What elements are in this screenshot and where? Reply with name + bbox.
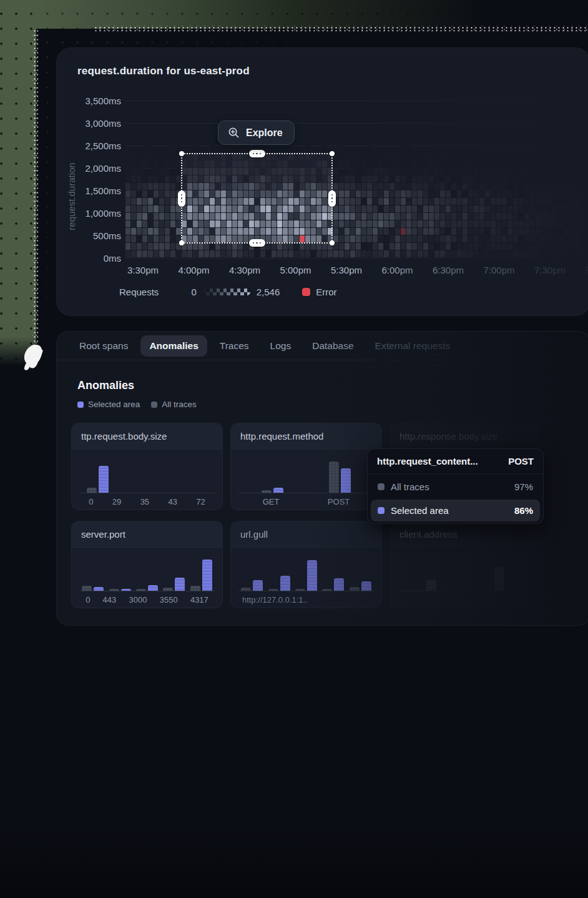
anomaly-card-ttp.request.body.size[interactable]: ttp.request.body.size029354372 bbox=[71, 423, 223, 510]
heatmap-cell bbox=[193, 250, 198, 257]
tab-database[interactable]: Database bbox=[303, 335, 362, 357]
anomaly-card-url.gull[interactable]: url.gullhttp://127.0.0.1:1.. bbox=[230, 521, 382, 608]
heatmap-cell bbox=[569, 220, 574, 227]
heatmap-cell bbox=[491, 198, 496, 205]
heatmap-cell bbox=[395, 160, 400, 167]
tab-anomalies[interactable]: Anomalies bbox=[140, 335, 207, 357]
heatmap-cell bbox=[131, 190, 136, 197]
tab-external-requests[interactable]: External requests bbox=[366, 335, 459, 357]
bar-all-traces bbox=[426, 580, 436, 591]
heatmap-cell bbox=[558, 168, 563, 175]
heatmap-cell bbox=[496, 243, 501, 250]
heatmap-cell bbox=[541, 198, 546, 205]
heatmap-cell bbox=[333, 183, 338, 190]
heatmap-cell bbox=[137, 160, 142, 167]
heatmap-cell bbox=[142, 220, 147, 227]
heatmap-cell bbox=[457, 243, 462, 250]
heatmap-cell bbox=[154, 153, 159, 160]
heatmap-cell bbox=[142, 175, 147, 182]
heatmap-cell bbox=[451, 250, 456, 257]
heatmap-cell bbox=[384, 220, 389, 227]
selection-handle-bottom-right[interactable] bbox=[330, 240, 335, 245]
tab-root-spans[interactable]: Root spans bbox=[71, 335, 137, 357]
tab-traces[interactable]: Traces bbox=[211, 335, 258, 357]
heatmap-cell bbox=[479, 235, 484, 242]
heatmap-cell bbox=[390, 153, 394, 160]
heatmap-cell bbox=[154, 183, 159, 190]
selection-handle-left[interactable] bbox=[178, 190, 185, 207]
heatmap-cell bbox=[378, 243, 383, 250]
heatmap-cell bbox=[361, 235, 366, 242]
heatmap-cell bbox=[125, 198, 130, 205]
heatmap-cell bbox=[204, 243, 209, 250]
anomaly-card-client.address[interactable]: client.address bbox=[390, 521, 541, 608]
heatmap-cell bbox=[440, 190, 445, 197]
heatmap-cell bbox=[569, 243, 574, 250]
heatmap-cell bbox=[412, 243, 417, 250]
heatmap-cell bbox=[390, 235, 394, 242]
heatmap-cell bbox=[390, 228, 394, 235]
heatmap-cell bbox=[311, 243, 316, 250]
heatmap-cell bbox=[491, 190, 496, 197]
heatmap-cell bbox=[412, 198, 417, 205]
heatmap-cell bbox=[356, 183, 361, 190]
selection-handle-top-left[interactable] bbox=[179, 151, 184, 156]
heatmap-cell bbox=[440, 168, 445, 175]
heatmap-cell bbox=[148, 205, 153, 212]
heatmap-cell bbox=[367, 168, 372, 175]
bar-all-traces bbox=[241, 588, 251, 591]
heatmap-cell bbox=[277, 250, 282, 257]
bottom-vignette bbox=[0, 829, 588, 898]
tab-logs[interactable]: Logs bbox=[262, 335, 300, 357]
heatmap-cell bbox=[176, 213, 181, 220]
heatmap-cell bbox=[159, 183, 164, 190]
heatmap-cell bbox=[350, 220, 355, 227]
heatmap-cell bbox=[243, 146, 248, 152]
heatmap-cell bbox=[159, 228, 164, 235]
heatmap-cell bbox=[575, 220, 580, 227]
heatmap-cell bbox=[530, 250, 535, 257]
heatmap-cell bbox=[406, 198, 411, 205]
time-range-selection[interactable] bbox=[181, 153, 333, 244]
heatmap-cell bbox=[457, 235, 462, 242]
heatmap-cell bbox=[468, 190, 473, 197]
heatmap-cell bbox=[429, 153, 434, 160]
heatmap-cell bbox=[131, 235, 136, 242]
heatmap-cell bbox=[434, 235, 439, 242]
heatmap-cell bbox=[350, 175, 355, 182]
selection-handle-right[interactable] bbox=[328, 190, 336, 207]
gridline bbox=[125, 123, 581, 124]
anomaly-card-http.request.method[interactable]: http.request.methodGETPOST bbox=[230, 423, 382, 510]
heatmap-cell bbox=[148, 198, 153, 205]
selection-handle-top-right[interactable] bbox=[330, 151, 335, 156]
heatmap-cell bbox=[496, 153, 501, 160]
heatmap-cell bbox=[390, 213, 394, 220]
heatmap-cell bbox=[221, 146, 226, 152]
heatmap-cell bbox=[569, 183, 574, 190]
heatmap-cell bbox=[125, 168, 130, 175]
green-dotted-texture-left bbox=[0, 0, 36, 366]
selection-handle-top[interactable] bbox=[249, 150, 265, 157]
card-bar-chart bbox=[79, 453, 215, 493]
x-tick-label: 8:00pm bbox=[579, 265, 588, 275]
heatmap-cell bbox=[564, 235, 569, 242]
heatmap-cell bbox=[142, 190, 147, 197]
heatmap-cell bbox=[440, 213, 445, 220]
heatmap-cell bbox=[142, 243, 147, 250]
selection-handle-bottom[interactable] bbox=[249, 239, 265, 247]
heatmap-cell bbox=[328, 250, 333, 257]
heatmap-cell bbox=[361, 190, 366, 197]
anomaly-card-server.port[interactable]: server.port0443300035504317 bbox=[71, 521, 223, 608]
y-tick-label: 2,500ms bbox=[69, 141, 121, 151]
heatmap-cell bbox=[463, 250, 468, 257]
heatmap-cell bbox=[378, 190, 383, 197]
heatmap-cell bbox=[541, 235, 546, 242]
heatmap-cell bbox=[479, 190, 484, 197]
heatmap-cell bbox=[491, 153, 496, 160]
heatmap-cell bbox=[440, 205, 445, 212]
explore-button[interactable]: Explore bbox=[218, 121, 295, 145]
bar-all-traces bbox=[109, 589, 119, 591]
bar-selected-area bbox=[175, 578, 185, 591]
heatmap-cell bbox=[491, 168, 496, 175]
selection-handle-bottom-left[interactable] bbox=[179, 240, 184, 245]
